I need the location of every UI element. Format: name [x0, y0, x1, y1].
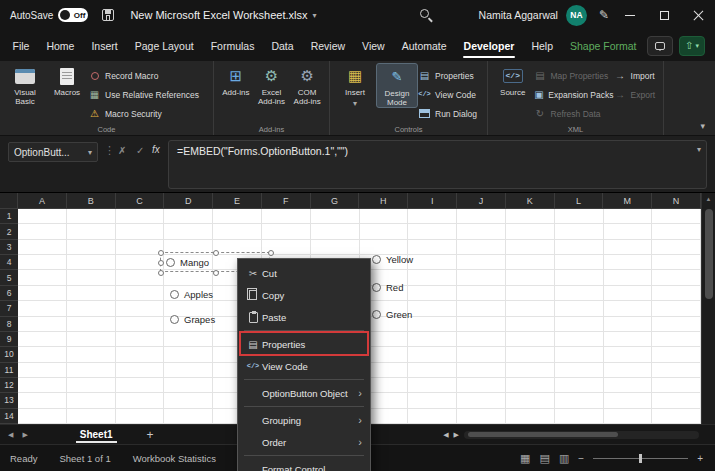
menu-item-grouping[interactable]: Grouping › [238, 409, 370, 431]
record-macro-button[interactable]: Record Macro [88, 68, 208, 83]
name-box[interactable]: OptionButt... ▾ [8, 142, 98, 162]
row-header-6[interactable]: 6 [0, 286, 18, 301]
menu-item-paste[interactable]: Paste [238, 306, 370, 328]
column-header-g[interactable]: G [311, 193, 360, 208]
resize-handle-bottom-left[interactable] [158, 270, 164, 276]
column-header-k[interactable]: K [506, 193, 555, 208]
macro-security-button[interactable]: ⚠ Macro Security [88, 106, 208, 121]
hscroll-left-icon[interactable]: ◀ [443, 431, 448, 439]
menu-item-cut[interactable]: ✂ Cut [238, 262, 370, 284]
ribbon-tab-help[interactable]: Help [523, 30, 562, 61]
view-normal-icon[interactable]: ▦ [520, 453, 530, 464]
sheet-nav-left-icon[interactable]: ◀ [8, 431, 13, 439]
column-header-a[interactable]: A [18, 193, 67, 208]
addins-button[interactable]: ⊞ Add-ins [218, 63, 254, 97]
row-header-11[interactable]: 11 [0, 363, 18, 378]
refresh-data-button[interactable]: ↻ Refresh Data [534, 106, 614, 121]
workbook-statistics-button[interactable]: Workbook Statistics [133, 453, 216, 464]
ribbon-tab-shape-format[interactable]: Shape Format [561, 30, 645, 61]
add-sheet-button[interactable]: + [147, 428, 154, 442]
column-header-d[interactable]: D [164, 193, 213, 208]
collapse-ribbon-chevron-icon[interactable]: ▾ [700, 121, 705, 131]
menu-item-copy[interactable]: Copy [238, 284, 370, 306]
ribbon-tab-home[interactable]: Home [38, 30, 83, 61]
design-mode-button[interactable]: ✎ Design Mode [376, 63, 418, 108]
resize-handle-mid-left[interactable] [158, 260, 164, 266]
search-icon[interactable] [420, 9, 429, 18]
resize-handle-top-right[interactable] [268, 250, 274, 256]
vertical-scrollbar-thumb[interactable] [705, 209, 713, 299]
minimize-button[interactable] [613, 0, 647, 30]
column-header-b[interactable]: B [67, 193, 116, 208]
option-button-apples[interactable]: Apples [170, 288, 213, 300]
avatar[interactable]: NA [566, 5, 587, 26]
export-button[interactable]: → Export [614, 87, 659, 102]
menu-item-optionbutton-object[interactable]: OptionButton Object › [238, 382, 370, 404]
row-header-4[interactable]: 4 [0, 255, 18, 270]
column-header-h[interactable]: H [359, 193, 408, 208]
insert-control-button[interactable]: ▦ Insert ▾ [334, 63, 376, 108]
zoom-slider-knob[interactable] [639, 454, 642, 463]
option-button-yellow[interactable]: Yellow [372, 253, 413, 265]
visual-basic-button[interactable]: Visual Basic [4, 63, 46, 106]
view-code-ribbon-button[interactable]: </> View Code [418, 87, 480, 102]
option-button-green[interactable]: Green [372, 308, 412, 320]
import-button[interactable]: → Import [614, 68, 659, 83]
source-button[interactable]: </> Source [492, 63, 534, 97]
column-header-j[interactable]: J [457, 193, 506, 208]
view-page-break-icon[interactable]: ▥ [559, 453, 569, 464]
ribbon-tab-page-layout[interactable]: Page Layout [126, 30, 202, 61]
ribbon-tab-review[interactable]: Review [302, 30, 353, 61]
ribbon-tab-data[interactable]: Data [263, 30, 302, 61]
option-button-mango[interactable]: Mango [166, 256, 209, 268]
menu-item-order[interactable]: Order › [238, 431, 370, 453]
row-header-1[interactable]: 1 [0, 209, 18, 224]
map-properties-button[interactable]: ▤ Map Properties [534, 68, 614, 83]
enter-icon[interactable]: ✓ [136, 145, 144, 156]
horizontal-scrollbar[interactable] [464, 431, 699, 439]
excel-addins-button[interactable]: ⚙ Excel Add-ins [254, 63, 290, 106]
column-header-c[interactable]: C [116, 193, 165, 208]
share-button[interactable]: ⇧ ▾ [679, 36, 705, 56]
comments-button[interactable] [647, 36, 673, 56]
com-addins-button[interactable]: ⚙ COM Add-ins [289, 63, 325, 106]
row-header-13[interactable]: 13 [0, 393, 18, 408]
zoom-out-button[interactable]: − [578, 453, 584, 464]
macros-button[interactable]: Macros [46, 63, 88, 97]
run-dialog-button[interactable]: Run Dialog [418, 106, 480, 121]
sheet-tab-sheet1[interactable]: Sheet1 [66, 425, 127, 444]
maximize-button[interactable] [647, 0, 681, 30]
autosave-control[interactable]: AutoSave Off [10, 8, 88, 22]
select-all-corner[interactable] [0, 193, 18, 209]
resize-handle-bottom-mid[interactable] [213, 270, 219, 276]
view-page-layout-icon[interactable]: ▤ [540, 453, 550, 464]
column-header-e[interactable]: E [213, 193, 262, 208]
row-header-2[interactable]: 2 [0, 224, 18, 239]
column-header-i[interactable]: I [408, 193, 457, 208]
column-header-n[interactable]: N [652, 193, 701, 208]
row-header-10[interactable]: 10 [0, 347, 18, 362]
expansion-packs-button[interactable]: ▣ Expansion Packs [534, 87, 614, 102]
ribbon-tab-insert[interactable]: Insert [83, 30, 126, 61]
row-header-5[interactable]: 5 [0, 270, 18, 285]
autosave-toggle[interactable]: Off [58, 8, 88, 22]
resize-handle-top-mid[interactable] [213, 250, 219, 256]
use-relative-references-button[interactable]: ▦ Use Relative References [88, 87, 208, 102]
option-button-grapes[interactable]: Grapes [170, 313, 215, 325]
column-header-f[interactable]: F [262, 193, 311, 208]
row-header-7[interactable]: 7 [0, 301, 18, 316]
ribbon-tab-view[interactable]: View [354, 30, 394, 61]
resize-handle-top-left[interactable] [158, 250, 164, 256]
save-icon[interactable] [102, 9, 114, 21]
cancel-icon[interactable]: ✗ [118, 145, 126, 156]
ribbon-tab-formulas[interactable]: Formulas [202, 30, 263, 61]
menu-item-format-control[interactable]: Format Control... [238, 458, 370, 471]
horizontal-scrollbar-thumb[interactable] [468, 432, 618, 437]
menu-item-view-code[interactable]: </> View Code [238, 355, 370, 377]
properties-ribbon-button[interactable]: ▤ Properties [418, 68, 480, 83]
zoom-slider[interactable] [593, 458, 688, 459]
menu-item-properties[interactable]: ▤ Properties [238, 333, 370, 355]
formula-input[interactable]: =EMBED("Forms.OptionButton.1","") [168, 140, 707, 189]
row-header-12[interactable]: 12 [0, 378, 18, 393]
formula-bar-expand-icon[interactable]: ▾ [697, 145, 701, 154]
